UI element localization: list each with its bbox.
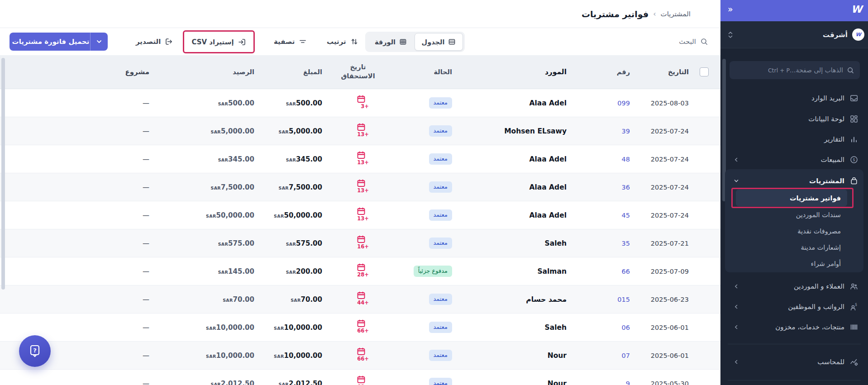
due-date-calendar-icon: +13	[350, 207, 366, 222]
table-row[interactable]: 2025-07-21 35 Saleh معتمد +16 SAR575.00 …	[0, 229, 720, 257]
invoice-amount: 500.00	[296, 99, 322, 107]
project-cell: —	[61, 267, 169, 276]
due-date-calendar-icon: +3	[350, 95, 366, 109]
invoice-number-link[interactable]: 66	[622, 268, 630, 275]
chevron-down-icon	[733, 178, 739, 184]
sidebar-subitem-supplier-credit-notes[interactable]: سندات الموردين	[736, 206, 847, 223]
search-button[interactable]: البحث	[679, 28, 708, 55]
table-row[interactable]: 2025-06-23 015 محمد حسام معتمد +44 SAR70…	[0, 285, 720, 314]
status-badge: معتمد	[429, 97, 453, 109]
sidebar-subitem-purchase-invoices[interactable]: فواتير مشتريات	[736, 190, 847, 206]
header-balance[interactable]: الرصيد	[169, 68, 255, 76]
sidebar-subitem-debit-notes[interactable]: إشعارات مدينة	[736, 239, 847, 256]
header-status[interactable]: الحالة	[368, 68, 482, 76]
sidebar-item-sales[interactable]: $ المبيعات	[726, 149, 863, 170]
invoice-number-link[interactable]: 39	[622, 128, 630, 135]
app-logo[interactable]: W	[851, 4, 862, 15]
sidebar-item-customers-suppliers[interactable]: العملاء و الموردين	[726, 276, 863, 296]
status-badge: معتمد	[429, 209, 453, 221]
table-row[interactable]: 2025-07-24 48 Alaa Adel معتمد +13 SAR345…	[0, 145, 720, 173]
chevron-updown-icon	[727, 31, 734, 39]
header-due-date[interactable]: تاريخ الاستحقاق	[323, 63, 368, 81]
workspace-switcher[interactable]: W أشرقت	[720, 21, 868, 48]
invoice-number-link[interactable]: 36	[622, 184, 630, 191]
barcode-icon	[850, 323, 858, 331]
invoice-number-link[interactable]: 07	[622, 352, 630, 359]
breadcrumb-parent[interactable]: المشتريات	[661, 10, 691, 18]
project-cell: —	[61, 155, 169, 163]
chevron-down-icon[interactable]	[91, 33, 108, 51]
invoice-number-link[interactable]: 9	[626, 380, 630, 385]
export-button[interactable]: التصدير	[136, 28, 173, 55]
header-project[interactable]: مشروع	[61, 68, 169, 76]
header-supplier[interactable]: المورد	[482, 68, 595, 76]
sort-button[interactable]: ترتيب	[327, 28, 358, 55]
invoice-number-link[interactable]: 015	[617, 296, 630, 303]
chevron-left-icon	[733, 359, 739, 365]
main-scrollbar[interactable]	[1, 58, 5, 290]
table-row[interactable]: 2025-06-01 06 Saleh معتمد +66 SAR10,000.…	[0, 314, 720, 342]
create-invoice-button[interactable]: تحميل فاتورة مشتريات	[10, 33, 108, 51]
sidebar-item-payroll-employees[interactable]: $ الرواتب و الموظفين	[726, 296, 863, 317]
sidebar-item-accountant[interactable]: للمحاسب	[726, 352, 863, 372]
chevron-left-icon	[733, 324, 739, 330]
goto-shortcut-badge: Ctrl + P	[768, 67, 790, 74]
sidebar-subitem-purchase-orders[interactable]: أوامر شراء	[736, 255, 847, 272]
table-row[interactable]: 2025-08-03 099 Alaa Adel معتمد +3 SAR500…	[0, 89, 720, 117]
sidebar-item-inbox[interactable]: البريد الوارد	[726, 88, 863, 108]
export-icon	[165, 38, 173, 46]
view-sheet-tab[interactable]: الورقة	[367, 33, 415, 50]
project-cell: —	[61, 183, 169, 191]
due-date-calendar-icon: +13	[350, 123, 366, 138]
table-row[interactable]: 2025-07-24 45 Alaa Adel معتمد +13 SAR50,…	[0, 201, 720, 229]
import-csv-button[interactable]: إستيراد CSV	[191, 38, 246, 46]
table-row[interactable]: 2025-05-30 9 Nour معتمد +68 SAR2,012.50 …	[0, 370, 720, 385]
filter-icon	[299, 38, 307, 46]
sidebar-subitem-cash-expenses[interactable]: مصروفات نقدية	[736, 223, 847, 239]
header-amount[interactable]: المبلغ	[255, 68, 323, 76]
invoice-amount: 200.00	[296, 267, 322, 276]
goto-page-input[interactable]: الذهاب إلى صفحة... Ctrl + P	[730, 61, 860, 79]
invoice-date: 2025-06-01	[649, 324, 700, 331]
status-badge: معتمد	[429, 350, 453, 361]
view-table-label: الجدول	[422, 38, 445, 46]
sidebar-subitem-label: إشعارات مدينة	[801, 244, 841, 251]
sidebar-item-label: المبيعات	[821, 156, 844, 164]
workspace-name: أشرقت	[823, 31, 848, 39]
sidebar-item-reports[interactable]: التقارير	[726, 129, 863, 149]
sidebar-item-dashboard[interactable]: لوحة البيانات	[726, 109, 863, 129]
table-row[interactable]: 2025-07-09 66 Salman مدفوع جزئياً +28 SA…	[0, 257, 720, 285]
header-date[interactable]: التاريخ	[649, 68, 700, 76]
payroll-icon: $	[850, 303, 858, 311]
table-row[interactable]: 2025-06-01 07 Nour معتمد +66 SAR10,000.0…	[0, 342, 720, 370]
project-cell: —	[61, 323, 169, 332]
project-cell: —	[61, 380, 169, 385]
import-csv-annotation-box: إستيراد CSV	[183, 30, 255, 53]
status-badge: معتمد	[429, 181, 453, 193]
invoice-number-link[interactable]: 35	[622, 240, 630, 247]
sidebar-item-purchases[interactable]: المشتريات	[726, 171, 863, 191]
invoice-amount: 50,000.00	[284, 211, 322, 219]
accountant-icon	[850, 358, 858, 366]
table-row[interactable]: 2025-07-24 36 Alaa Adel معتمد +13 SAR7,5…	[0, 173, 720, 201]
due-days-offset: +66	[357, 328, 369, 334]
table-row[interactable]: 2025-07-24 39 Mohsen ELsawy معتمد +13 SA…	[0, 117, 720, 145]
view-table-tab[interactable]: الجدول	[415, 33, 463, 51]
select-all-checkbox[interactable]	[700, 67, 709, 76]
help-button[interactable]: ?	[19, 335, 51, 367]
filter-button[interactable]: تصفية	[274, 28, 307, 55]
sidebar-collapse-icon[interactable]: »	[728, 4, 733, 14]
dashboard-icon	[850, 115, 858, 123]
invoice-number-link[interactable]: 48	[622, 156, 630, 163]
project-cell: —	[61, 239, 169, 247]
reports-icon	[850, 135, 858, 143]
header-number[interactable]: رقم	[595, 68, 649, 76]
due-days-offset: +28	[357, 271, 369, 278]
due-days-offset: +66	[357, 356, 369, 362]
due-days-offset: +13	[357, 215, 369, 222]
sidebar-item-label: العملاء و الموردين	[794, 282, 844, 290]
invoice-number-link[interactable]: 06	[622, 324, 630, 331]
invoice-number-link[interactable]: 099	[617, 100, 630, 107]
sidebar-item-products-inventory[interactable]: منتجات، خدمات، مخزون	[726, 317, 863, 337]
invoice-number-link[interactable]: 45	[622, 212, 630, 219]
